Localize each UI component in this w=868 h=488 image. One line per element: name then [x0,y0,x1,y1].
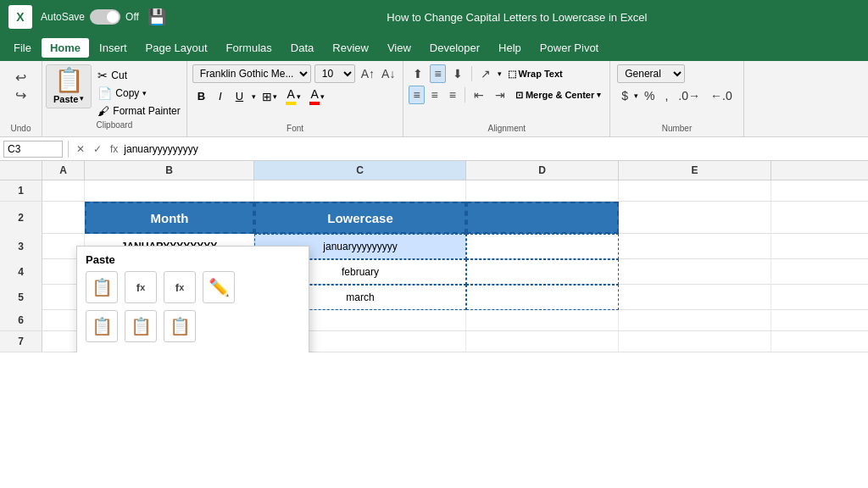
cell-C2[interactable]: Lowercase [254,202,466,234]
cell-reference-box[interactable] [3,141,63,158]
paste-option-edit[interactable]: ✏️ [203,271,235,303]
menu-item-home[interactable]: Home [42,38,89,58]
cell-D1[interactable] [466,180,619,201]
menu-item-insert[interactable]: Insert [91,38,136,58]
number-format-select[interactable]: General [617,64,685,83]
percent-button[interactable]: % [640,86,659,105]
cell-D6[interactable] [466,310,619,330]
clipboard-right: ✂ Cut 📄 Copy ▾ 🖌 Format Painter [95,64,182,119]
comma-button[interactable]: , [660,86,672,105]
cell-E4[interactable] [619,259,771,285]
cell-B2[interactable]: Month [85,202,254,234]
formula-input[interactable] [124,143,865,155]
menu-item-page-layout[interactable]: Page Layout [137,38,216,58]
borders-button[interactable]: ⊞ ▾ [259,89,280,104]
cancel-formula-icon[interactable]: ✕ [74,143,87,155]
align-top-button[interactable]: ⬆ [409,64,427,83]
row-header-5[interactable]: 5 [0,285,42,310]
cell-B1[interactable] [85,180,254,201]
paste-option-linked[interactable]: 📋 [86,310,118,342]
align-divider [471,66,472,81]
row-header-6[interactable]: 6 [0,310,42,330]
col-header-B[interactable]: B [85,161,254,180]
menu-item-developer[interactable]: Developer [421,38,488,58]
save-icon[interactable]: 💾 [147,8,166,26]
paste-option-picture[interactable]: 📋 [164,310,196,342]
merge-center-button[interactable]: ⊡ Merge & Center ▾ [512,88,604,103]
wrap-text-button[interactable]: ⬚ Wrap Text [504,67,566,81]
redo-button[interactable]: ↪ [15,87,26,103]
cell-E3[interactable] [619,234,771,259]
cell-C1[interactable] [254,180,466,201]
font-name-select[interactable]: Franklin Gothic Me... [192,64,311,83]
paste-option-transpose[interactable]: 📋 [125,310,157,342]
decrease-decimal-button[interactable]: ←.0 [706,86,737,105]
cell-D2[interactable] [466,202,619,234]
row-header-7[interactable]: 7 [0,331,42,352]
dollar-button[interactable]: $ [617,86,632,105]
cell-A1[interactable] [42,180,85,201]
menu-item-file[interactable]: File [5,38,40,58]
autosave-toggle[interactable] [90,9,120,25]
wrap-text-icon: ⬚ [508,69,516,80]
italic-button[interactable]: I [214,88,227,104]
copy-label: Copy [115,87,139,99]
font-color-button[interactable]: A ▾ [307,86,327,106]
paste-icons-row1: 📋 fx fx ✏️ [77,271,309,310]
col-header-D[interactable]: D [466,161,619,180]
col-header-E[interactable]: E [619,161,771,180]
cell-D3[interactable] [466,234,619,259]
menu-item-help[interactable]: Help [490,38,530,58]
row-header-2[interactable]: 2 [0,202,42,234]
row-header-3[interactable]: 3 [0,234,42,259]
fill-color-button[interactable]: A ▾ [283,86,303,106]
align-left-button[interactable]: ≡ [409,86,424,104]
underline-button[interactable]: U [231,88,248,104]
paste-option-fx[interactable]: fx [125,271,157,303]
align-center-button[interactable]: ≡ [427,86,442,104]
menu-item-data[interactable]: Data [282,38,322,58]
cell-E2[interactable] [619,202,771,234]
table-row: 2 Month Lowercase [0,202,868,234]
menu-item-view[interactable]: View [379,38,420,58]
insert-function-icon[interactable]: fx [108,143,120,155]
cell-E1[interactable] [619,180,771,201]
increase-decimal-button[interactable]: .0→ [674,86,704,105]
paste-button[interactable]: 📋 Paste ▾ [46,64,92,108]
cell-E6[interactable] [619,310,771,330]
menu-item-review[interactable]: Review [324,38,377,58]
decrease-indent-button[interactable]: ⇤ [470,86,488,104]
orientation-button[interactable]: ↗ [476,64,495,83]
format-painter-button[interactable]: 🖌 Format Painter [95,103,182,119]
cell-D7[interactable] [466,331,619,352]
paste-option-fx-format[interactable]: fx [164,271,196,303]
align-middle-button[interactable]: ≡ [430,64,445,83]
confirm-formula-icon[interactable]: ✓ [91,143,104,155]
align-divider2 [465,87,465,103]
cell-E5[interactable] [619,285,771,310]
col-header-A[interactable]: A [42,161,85,180]
align-right-button[interactable]: ≡ [445,86,460,104]
row-header-1[interactable]: 1 [0,180,42,201]
col-header-C[interactable]: C [254,161,466,180]
cut-button[interactable]: ✂ Cut [95,68,182,83]
menu-item-formulas[interactable]: Formulas [218,38,281,58]
paste-icon: 📋 [54,69,84,92]
font-size-select[interactable]: 10 [314,64,355,83]
paste-option-clipboard[interactable]: 📋 [86,271,118,303]
increase-indent-button[interactable]: ⇥ [491,86,509,104]
cell-D4[interactable] [466,259,619,285]
row-header-4[interactable]: 4 [0,259,42,285]
ribbon: ↩ ↪ Undo 📋 Paste ▾ ✂ Cut 📄 Copy [0,61,868,137]
cell-D5[interactable] [466,285,619,310]
format-painter-icon: 🖌 [97,104,109,118]
shrink-font-button[interactable]: A↓ [379,66,398,81]
cell-A2[interactable] [42,202,85,234]
bold-button[interactable]: B [192,88,210,104]
align-bottom-button[interactable]: ⬇ [448,64,467,83]
menu-item-power-pivot[interactable]: Power Pivot [531,38,607,58]
undo-button[interactable]: ↩ [15,69,26,86]
cell-E7[interactable] [619,331,771,352]
copy-button[interactable]: 📄 Copy ▾ [95,86,182,101]
grow-font-button[interactable]: A↑ [359,66,377,81]
